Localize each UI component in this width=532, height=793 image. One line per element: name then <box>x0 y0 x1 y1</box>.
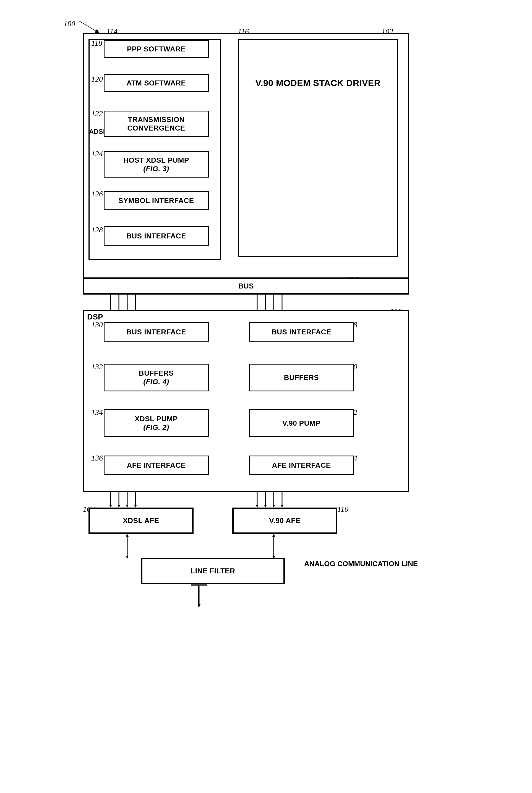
afe-interface-144-box: AFE INTERFACE <box>249 456 354 475</box>
ref-132: 132 <box>91 362 103 371</box>
symbol-interface-box: SYMBOL INTERFACE <box>104 191 209 210</box>
ref-136: 136 <box>91 454 103 462</box>
bus-interface-138-box: BUS INTERFACE <box>249 322 354 342</box>
xdsl-pump-label: XDSL PUMP <box>135 415 178 423</box>
ppp-software-box: PPP SOFTWARE <box>104 40 209 58</box>
host-xdsl-pump-box: HOST XDSL PUMP (FIG. 3) <box>104 151 209 177</box>
ref-130: 130 <box>91 320 103 329</box>
v90-modem-label: V.90 MODEM STACK DRIVER <box>243 67 393 99</box>
host-xdsl-pump-fig: (FIG. 3) <box>123 165 189 173</box>
svg-marker-76 <box>272 534 275 536</box>
svg-marker-54 <box>134 505 137 508</box>
svg-marker-64 <box>264 505 267 508</box>
xdsl-afe-box: XDSL AFE <box>89 508 193 534</box>
svg-marker-73 <box>126 534 129 536</box>
bus-interface-128-box: BUS INTERFACE <box>104 226 209 246</box>
svg-marker-51 <box>109 505 112 508</box>
v90-afe-box: V.90 AFE <box>232 508 337 534</box>
svg-marker-63 <box>256 505 259 508</box>
ref-122: 122 <box>91 109 103 118</box>
analog-line-vertical <box>198 584 200 607</box>
bus-interface-130-box: BUS INTERFACE <box>104 322 209 342</box>
xdsl-pump-fig: (FIG. 2) <box>135 423 178 432</box>
v90-pump-box: V.90 PUMP <box>249 409 354 437</box>
svg-marker-72 <box>126 556 129 559</box>
afe-interface-136-box: AFE INTERFACE <box>104 456 209 475</box>
bus-box: BUS <box>83 278 409 295</box>
ref-100: 100 <box>63 19 75 28</box>
xdsl-pump-box: XDSL PUMP (FIG. 2) <box>104 409 209 437</box>
atm-software-box: ATM SOFTWARE <box>104 74 209 92</box>
ref-124: 124 <box>91 149 103 158</box>
line-filter-box: LINE FILTER <box>141 558 285 584</box>
ref-120: 120 <box>91 75 103 83</box>
svg-marker-65 <box>272 505 275 508</box>
svg-marker-66 <box>281 505 283 508</box>
buffers-132-box: BUFFERS (FIG. 4) <box>104 364 209 391</box>
host-xdsl-pump-label: HOST XDSL PUMP <box>123 156 189 165</box>
svg-marker-53 <box>126 505 129 508</box>
ref-128: 128 <box>91 225 103 234</box>
svg-line-79 <box>79 21 99 33</box>
buffers-132-fig: (FIG. 4) <box>139 378 174 386</box>
buffers-140-box: BUFFERS <box>249 364 354 391</box>
analog-communication-line-label: ANALOG COMMUNICATION LINE <box>304 559 418 569</box>
buffers-132-label: BUFFERS <box>139 369 174 378</box>
svg-marker-52 <box>117 505 120 508</box>
ref-110: 110 <box>337 505 348 514</box>
transmission-convergence-box: TRANSMISSION CONVERGENCE <box>104 111 209 137</box>
ref-118: 118 <box>91 39 102 48</box>
ref-134: 134 <box>91 408 103 417</box>
ref-126: 126 <box>91 189 103 198</box>
